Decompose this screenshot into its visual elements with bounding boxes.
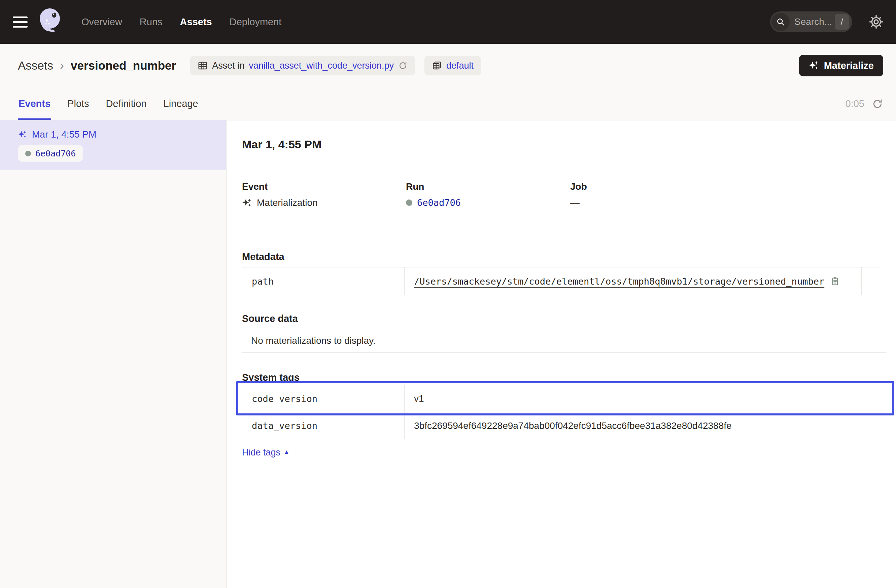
repo-grid-icon — [432, 61, 442, 71]
hide-tags-link[interactable]: Hide tags ▲ — [242, 447, 290, 458]
breadcrumb-assets-link[interactable]: Assets — [18, 59, 53, 72]
asset-definition-badge: Asset in vanilla_asset_with_code_version… — [190, 56, 415, 75]
tag-value-code-version: v1 — [405, 393, 886, 404]
refresh-icon[interactable] — [872, 98, 883, 109]
sparkle-icon — [809, 60, 819, 71]
metadata-heading: Metadata — [242, 251, 896, 262]
search-shortcut-key: / — [835, 14, 849, 30]
run-id-text: 6e0ad706 — [35, 149, 76, 158]
refresh-countdown: 0:05 — [846, 98, 864, 109]
tab-lineage[interactable]: Lineage — [163, 87, 199, 120]
source-data-empty-message: No materializations to display. — [251, 335, 376, 346]
tab-plots[interactable]: Plots — [67, 87, 90, 120]
nav-item-deployment[interactable]: Deployment — [230, 17, 282, 27]
nav-item-overview[interactable]: Overview — [81, 17, 122, 27]
run-column-label: Run — [406, 181, 570, 192]
asset-in-label: Asset in — [212, 61, 244, 71]
run-id-pill[interactable]: 6e0ad706 — [18, 144, 83, 162]
event-detail-title: Mar 1, 4:55 PM — [242, 138, 896, 151]
tab-events[interactable]: Events — [18, 87, 51, 120]
materialize-button[interactable]: Materialize — [799, 55, 883, 76]
dagster-app-window: Overview Runs Assets Deployment Search..… — [0, 0, 896, 588]
search-icon — [771, 13, 789, 31]
table-row: data_version 3bfc269594ef649228e9a74bab0… — [242, 412, 886, 439]
hamburger-menu-icon[interactable] — [13, 17, 27, 27]
repo-default-link[interactable]: default — [446, 61, 474, 71]
tag-value-data-version: 3bfc269594ef649228e9a74bab00f042efc91d5a… — [405, 421, 886, 431]
page-title: versioned_number — [71, 59, 176, 72]
asset-page-header: Assets › versioned_number Asset in vanil… — [0, 44, 896, 87]
system-tags-heading: System tags — [242, 372, 896, 383]
content-area: Mar 1, 4:55 PM 6e0ad706 Mar 1, 4:55 PM E… — [0, 120, 896, 588]
job-column-label: Job — [570, 181, 896, 192]
job-column: Job — — [570, 181, 896, 208]
table-row: path /Users/smackesey/stm/code/elementl/… — [242, 267, 880, 295]
metadata-key: path — [242, 267, 405, 295]
nav-item-runs[interactable]: Runs — [140, 17, 163, 27]
divider — [242, 169, 896, 169]
event-list-sidebar: Mar 1, 4:55 PM 6e0ad706 — [0, 120, 227, 588]
event-column-label: Event — [242, 181, 406, 192]
job-empty-value: — — [570, 198, 580, 208]
table-row: code_version v1 — [242, 385, 886, 412]
run-id-link[interactable]: 6e0ad706 — [417, 198, 461, 208]
source-data-empty-box: No materializations to display. — [242, 329, 886, 352]
tag-key-data-version: data_version — [242, 412, 405, 439]
hide-tags-label: Hide tags — [242, 447, 280, 458]
metadata-table: path /Users/smackesey/stm/code/elementl/… — [242, 267, 880, 295]
event-summary-columns: Event Materialization Run 6e0ad — [242, 181, 896, 208]
top-navigation-bar: Overview Runs Assets Deployment Search..… — [0, 0, 896, 44]
source-data-heading: Source data — [242, 313, 896, 324]
chevron-up-icon: ▲ — [284, 449, 290, 456]
event-list-item-selected[interactable]: Mar 1, 4:55 PM 6e0ad706 — [0, 120, 226, 170]
repository-badge[interactable]: default — [424, 56, 481, 75]
run-status-dot — [25, 151, 31, 156]
search-placeholder: Search... — [794, 17, 835, 27]
tag-key-code-version: code_version — [242, 385, 405, 412]
metadata-path-link[interactable]: /Users/smackesey/stm/code/elementl/oss/t… — [414, 276, 824, 287]
asset-file-link[interactable]: vanilla_asset_with_code_version.py — [249, 61, 394, 71]
settings-gear-icon[interactable] — [869, 14, 884, 30]
reload-icon[interactable] — [398, 61, 408, 70]
nav-item-assets[interactable]: Assets — [180, 17, 212, 27]
materialization-sparkle-icon — [18, 130, 27, 139]
dagster-logo[interactable] — [37, 6, 63, 37]
run-column: Run 6e0ad706 — [406, 181, 570, 208]
asset-tabs-bar: Events Plots Definition Lineage 0:05 — [0, 87, 896, 120]
event-type-value: Materialization — [257, 198, 318, 208]
materialize-button-label: Materialize — [824, 60, 874, 71]
event-timestamp: Mar 1, 4:55 PM — [32, 129, 96, 140]
tab-definition[interactable]: Definition — [105, 87, 148, 120]
materialization-sparkle-icon — [242, 198, 252, 208]
table-grid-icon — [198, 61, 208, 71]
copy-clipboard-icon[interactable] — [830, 276, 840, 287]
event-detail-panel: Mar 1, 4:55 PM Event Materialization — [227, 120, 896, 588]
primary-nav: Overview Runs Assets Deployment — [81, 17, 281, 27]
run-status-dot — [406, 199, 412, 206]
system-tags-table: code_version v1 data_version 3bfc269594e… — [242, 385, 886, 439]
global-search-input[interactable]: Search... / — [770, 11, 852, 32]
breadcrumb-separator: › — [60, 59, 64, 73]
event-column: Event Materialization — [242, 181, 406, 208]
